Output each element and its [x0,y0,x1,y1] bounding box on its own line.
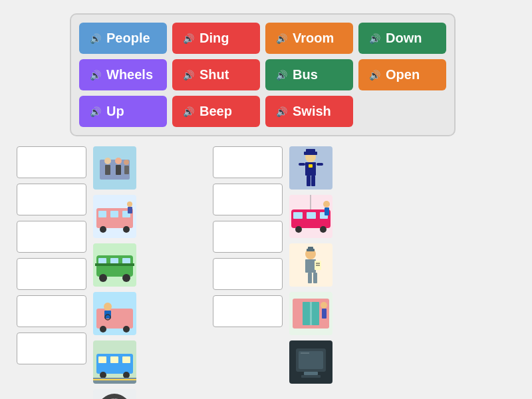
image-green-bus [93,243,136,287]
svg-rect-35 [110,356,118,363]
btn-people[interactable]: 🔊 People [79,23,167,54]
btn-shut[interactable]: 🔊 Shut [172,59,260,90]
answer-box-5[interactable] [17,295,86,327]
svg-point-27 [104,303,112,311]
btn-up[interactable]: 🔊 Up [79,96,167,127]
btn-ding[interactable]: 🔊 Ding [172,23,260,54]
speaker-icon-vroom: 🔊 [276,33,287,44]
btn-down[interactable]: 🔊 Down [358,23,446,54]
svg-point-15 [127,201,132,207]
svg-rect-85 [322,309,327,319]
svg-rect-10 [98,211,106,217]
svg-rect-58 [317,163,323,166]
btn-wheels[interactable]: 🔊 Wheels [79,59,167,90]
image-bus-road [93,340,136,384]
svg-rect-24 [95,263,134,266]
btn-down-label: Down [386,31,422,46]
image-bus-door [289,292,332,335]
speaker-icon-bus: 🔊 [276,70,287,80]
svg-rect-91 [301,375,321,378]
btn-swish-label: Swish [293,104,331,119]
answer-box-7[interactable] [213,146,283,178]
btn-vroom[interactable]: 🔊 Vroom [265,23,353,54]
svg-point-65 [320,226,327,233]
svg-point-13 [100,226,106,233]
svg-rect-82 [303,302,310,325]
speaker-icon-up: 🔊 [90,106,101,117]
btn-ding-label: Ding [200,31,229,46]
btn-beep[interactable]: 🔊 Beep [172,96,260,127]
image-people-busstop [93,146,136,190]
svg-rect-26 [96,309,133,329]
svg-rect-62 [307,212,316,219]
answer-box-6[interactable] [17,332,86,364]
left-answer-boxes [17,146,86,399]
answer-box-9[interactable] [213,221,283,253]
speaker-icon-shut: 🔊 [183,70,194,80]
svg-point-38 [123,372,130,378]
svg-point-84 [321,302,327,309]
svg-point-6 [124,160,129,165]
image-bus-with-people [93,195,136,238]
btn-bus-label: Bus [293,67,318,82]
image-tram [289,195,332,238]
svg-point-67 [323,201,330,207]
svg-rect-83 [312,302,319,325]
svg-point-22 [99,274,107,282]
image-officer [289,146,332,190]
svg-point-37 [100,372,106,378]
image-wheel [93,389,136,399]
svg-point-4 [115,158,122,164]
image-dark-device [289,340,332,384]
svg-rect-56 [311,176,315,186]
svg-rect-77 [308,273,312,283]
btn-open[interactable]: 🔊 Open [358,59,446,90]
svg-rect-3 [105,165,110,175]
speaker-icon-people: 🔊 [90,33,101,44]
btn-shut-label: Shut [200,67,229,82]
speaker-icon-swish: 🔊 [276,106,287,117]
answer-box-2[interactable] [17,184,86,215]
btn-swish[interactable]: 🔊 Swish [265,96,353,127]
svg-rect-90 [304,372,318,375]
answer-box-3[interactable] [17,221,86,253]
svg-rect-39 [93,378,136,384]
speaker-icon-open: 🔊 [369,70,380,80]
btn-vroom-label: Vroom [293,31,334,46]
svg-point-31 [123,326,130,332]
svg-rect-61 [293,212,303,219]
svg-rect-52 [306,149,315,153]
svg-point-64 [295,226,302,233]
svg-rect-68 [325,207,329,215]
answer-box-1[interactable] [17,146,86,178]
btn-open-label: Open [386,67,420,82]
word-buttons-panel: 🔊 People 🔊 Ding 🔊 Vroom 🔊 Down 🔊 Wheels … [70,13,456,136]
image-bus-driver [93,292,136,335]
btn-people-label: People [106,31,150,46]
svg-rect-11 [110,211,118,217]
svg-point-30 [100,326,106,332]
answer-box-4[interactable] [17,258,86,290]
svg-rect-73 [305,259,316,273]
svg-rect-34 [98,356,106,363]
answer-box-10[interactable] [213,258,283,290]
svg-point-14 [123,226,130,233]
left-images [93,146,136,399]
btn-bus[interactable]: 🔊 Bus [265,59,353,90]
right-images [289,146,332,399]
answer-box-8[interactable] [213,184,283,215]
svg-rect-55 [307,176,311,186]
answer-box-11[interactable] [213,295,283,327]
svg-point-2 [104,158,111,164]
svg-rect-16 [128,207,132,213]
speaker-icon-beep: 🔊 [183,106,194,117]
btn-wheels-label: Wheels [106,67,153,82]
right-answer-boxes [213,146,283,399]
btn-beep-label: Beep [200,104,232,119]
svg-rect-54 [309,164,313,168]
speaker-icon-down: 🔊 [369,33,380,44]
svg-rect-88 [299,351,323,369]
image-conductor [289,243,332,287]
svg-rect-78 [313,273,317,283]
svg-rect-7 [124,166,129,174]
